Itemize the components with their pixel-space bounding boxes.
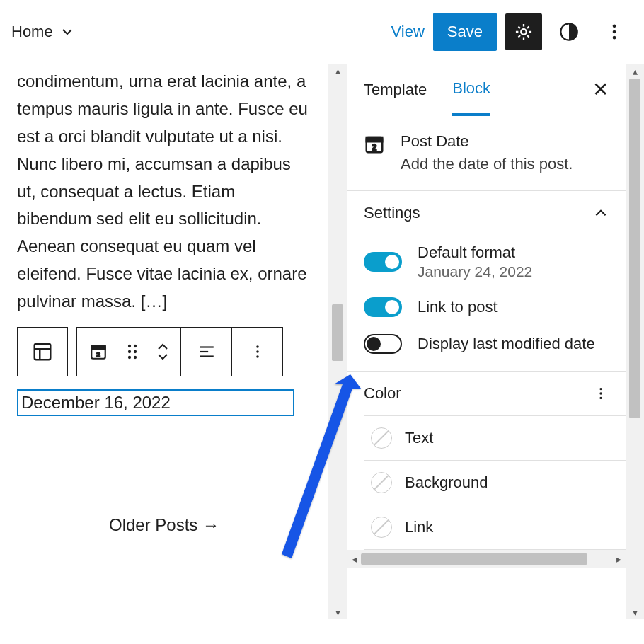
svg-point-14: [134, 350, 137, 353]
color-text[interactable]: Text: [364, 416, 626, 461]
drag-icon: [126, 343, 139, 360]
empty-swatch-icon: [371, 517, 392, 538]
toolbar-parent-select[interactable]: [17, 327, 68, 376]
close-icon: ✕: [592, 79, 609, 100]
color-text-label: Text: [405, 429, 433, 447]
post-date-block[interactable]: December 16, 2022: [17, 389, 294, 416]
post-date-icon: 2: [364, 134, 385, 155]
svg-point-15: [128, 356, 131, 359]
default-format-label: Default format: [418, 243, 532, 262]
empty-swatch-icon: [371, 472, 392, 493]
contrast-icon: [559, 22, 579, 42]
svg-point-27: [599, 392, 602, 394]
close-sidebar-button[interactable]: ✕: [592, 78, 609, 101]
sidebar-horizontal-scrollbar[interactable]: ◂ ▸: [347, 550, 626, 568]
display-modified-label: Display last modified date: [418, 335, 595, 353]
styles-button[interactable]: [551, 13, 587, 50]
svg-point-26: [599, 388, 602, 390]
calendar-icon: 2: [89, 343, 108, 361]
svg-point-11: [128, 345, 131, 347]
settings-label: Settings: [364, 204, 420, 222]
toolbar-move[interactable]: [145, 328, 180, 376]
toolbar-drag-handle[interactable]: [120, 328, 145, 376]
scrollbar-thumb[interactable]: [629, 79, 640, 418]
svg-rect-9: [91, 345, 105, 349]
svg-point-13: [128, 350, 131, 353]
breadcrumb-home: Home: [11, 23, 53, 41]
sidebar-vertical-scrollbar[interactable]: ▴ ▾: [626, 64, 644, 619]
more-vertical-icon: [604, 22, 624, 42]
svg-point-16: [134, 356, 137, 359]
scroll-down-icon: ▾: [626, 605, 644, 619]
svg-text:2: 2: [372, 143, 376, 151]
scroll-up-icon: ▴: [328, 64, 347, 78]
settings-panel-header[interactable]: Settings: [347, 191, 626, 235]
color-label: Color: [364, 384, 401, 403]
color-panel-header[interactable]: Color: [347, 372, 626, 415]
svg-rect-5: [35, 344, 51, 360]
chevron-up-icon: [593, 205, 609, 221]
more-button[interactable]: [596, 13, 633, 50]
post-excerpt[interactable]: condimentum, urna erat lacinia ante, a t…: [17, 64, 311, 316]
editor-vertical-scrollbar[interactable]: ▴ ▾: [328, 64, 347, 619]
scrollbar-thumb[interactable]: [332, 304, 343, 361]
scroll-down-icon: ▾: [328, 605, 347, 619]
scroll-left-icon: ◂: [347, 553, 361, 565]
svg-point-4: [613, 36, 616, 40]
color-link-label: Link: [405, 518, 433, 536]
chevron-up-icon: [156, 342, 169, 352]
chevron-down-icon: [59, 23, 76, 40]
tab-template[interactable]: Template: [364, 65, 427, 115]
block-description: Add the date of this post.: [401, 155, 573, 173]
toggle-link-to-post[interactable]: [364, 297, 402, 317]
svg-point-0: [521, 29, 526, 34]
svg-point-21: [256, 350, 259, 353]
settings-button[interactable]: [505, 13, 542, 50]
svg-point-2: [613, 25, 616, 28]
breadcrumb[interactable]: Home: [11, 23, 76, 41]
toggle-display-modified[interactable]: [364, 334, 402, 354]
chevron-down-icon: [156, 352, 169, 362]
svg-point-22: [256, 355, 259, 358]
save-button[interactable]: Save: [433, 13, 497, 51]
layout-icon: [32, 341, 53, 362]
block-toolbar: 2: [17, 327, 311, 376]
svg-point-3: [613, 30, 616, 34]
svg-text:2: 2: [96, 350, 100, 357]
scroll-right-icon: ▸: [611, 553, 626, 565]
toggle-default-format[interactable]: [364, 252, 402, 272]
gear-icon: [514, 22, 534, 42]
svg-point-28: [599, 397, 602, 399]
tab-block[interactable]: Block: [452, 64, 490, 116]
view-link[interactable]: View: [391, 23, 425, 41]
toolbar-block-type[interactable]: 2: [77, 328, 120, 376]
empty-swatch-icon: [371, 427, 392, 449]
more-vertical-icon: [249, 343, 266, 360]
svg-point-20: [256, 345, 259, 348]
toolbar-more[interactable]: [231, 328, 282, 376]
svg-rect-24: [367, 137, 383, 142]
scroll-up-icon: ▴: [626, 64, 644, 79]
toolbar-align[interactable]: [180, 328, 231, 376]
scrollbar-thumb[interactable]: [361, 553, 587, 565]
align-left-icon: [197, 343, 216, 361]
block-title: Post Date: [401, 132, 573, 151]
color-background[interactable]: Background: [364, 461, 626, 505]
more-vertical-icon[interactable]: [593, 386, 609, 401]
color-background-label: Background: [405, 473, 488, 492]
older-posts-link[interactable]: Older Posts →: [17, 515, 311, 535]
color-link[interactable]: Link: [364, 505, 626, 550]
link-to-post-label: Link to post: [418, 298, 498, 316]
svg-point-12: [134, 345, 137, 347]
default-format-value: January 24, 2022: [418, 263, 532, 280]
